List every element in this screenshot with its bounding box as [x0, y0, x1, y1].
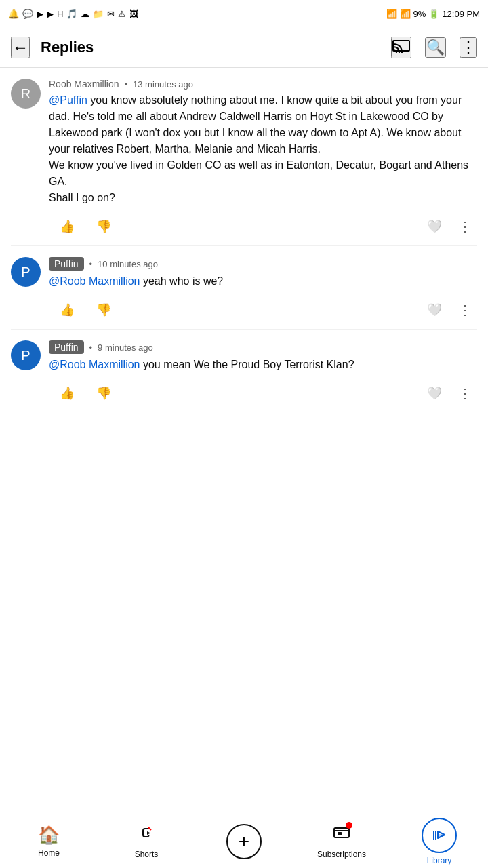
comment-more-button[interactable]: ⋮ — [453, 296, 477, 323]
subscriptions-icon — [332, 826, 351, 846]
time-display: 12:09 PM — [442, 9, 480, 19]
comment-item: P Puffin • 9 minutes ago @Roob Maxmillio… — [0, 330, 488, 412]
comment-more-button[interactable]: ⋮ — [453, 380, 477, 407]
nav-subscriptions[interactable]: Subscriptions — [314, 823, 369, 859]
notification-dot — [346, 822, 352, 829]
comment-content: yeah who is we? — [143, 275, 223, 287]
notification-icon: 🔔 — [8, 9, 19, 19]
comment-actions: 👍 👎 🤍 ⋮ — [49, 296, 477, 323]
cloud-icon: ☁ — [81, 9, 89, 19]
search-button[interactable]: 🔍 — [425, 37, 446, 58]
email-icon: ✉ — [107, 9, 115, 19]
message-icon: 💬 — [22, 9, 33, 19]
comment-more-button[interactable]: ⋮ — [453, 213, 477, 240]
comment-timestamp: 9 minutes ago — [98, 342, 153, 353]
comment-content: you mean We the Proud Boy Terrorist Klan… — [143, 359, 354, 370]
comment-header: Puffin • 9 minutes ago — [49, 340, 477, 354]
battery-icon: 🔋 — [428, 9, 439, 19]
home-label: Home — [38, 848, 60, 858]
status-info-right: 📶 📶 9% 🔋 12:09 PM — [386, 9, 480, 19]
youtube2-icon: ▶ — [47, 9, 54, 19]
thumbs-up-button[interactable]: 👍 — [49, 214, 85, 239]
shorts-icon — [137, 823, 156, 847]
mention-link[interactable]: @Puffin — [49, 94, 87, 106]
home-icon: 🏠 — [38, 825, 60, 846]
comment-timestamp: 13 minutes ago — [133, 79, 193, 90]
mention-link[interactable]: @Roob Maxmillion — [49, 359, 140, 370]
thumbs-up-button[interactable]: 👍 — [49, 380, 85, 406]
comment-item: P Puffin • 10 minutes ago @Roob Maxmilli… — [0, 246, 488, 329]
comment-time: • — [89, 259, 93, 269]
subscriptions-label: Subscriptions — [317, 850, 366, 859]
svg-rect-3 — [338, 832, 342, 835]
h-icon: H — [57, 9, 63, 19]
thumbs-down-button[interactable]: 👎 — [85, 297, 122, 323]
thumbs-down-button[interactable]: 👎 — [85, 214, 122, 239]
image-icon: 🖼 — [129, 9, 138, 19]
wifi-icon: 📶 — [386, 9, 397, 19]
add-button[interactable]: + — [226, 824, 262, 859]
comment-body: Roob Maxmillion • 13 minutes ago @Puffin… — [49, 79, 477, 240]
comment-body: Puffin • 9 minutes ago @Roob Maxmillion … — [49, 340, 477, 407]
library-label: Library — [427, 856, 452, 865]
comment-time: • — [124, 79, 127, 90]
app-bar: ← Replies 🔍 ⋮ — [0, 27, 488, 68]
library-icon — [422, 818, 457, 853]
like-button[interactable]: 🤍 — [416, 380, 453, 406]
username-badge: Puffin — [49, 340, 84, 354]
mention-link[interactable]: @Roob Maxmillion — [49, 275, 140, 287]
username-badge: Puffin — [49, 257, 84, 271]
comment-content: you know absolutely nothing about me. I … — [49, 94, 468, 203]
like-button[interactable]: 🤍 — [416, 214, 453, 239]
comment-header: Puffin • 10 minutes ago — [49, 257, 477, 271]
status-bar: 🔔 💬 ▶ ▶ H 🎵 ☁ 📁 ✉ ⚠ 🖼 📶 📶 9% 🔋 12:09 PM — [0, 0, 488, 27]
comment-actions: 👍 👎 🤍 ⋮ — [49, 213, 477, 240]
plus-icon: + — [239, 832, 249, 851]
comment-header: Roob Maxmillion • 13 minutes ago — [49, 79, 477, 90]
comments-container: R Roob Maxmillion • 13 minutes ago @Puff… — [0, 68, 488, 467]
signal-icon: 📶 — [400, 9, 411, 19]
like-button[interactable]: 🤍 — [416, 297, 453, 323]
nav-add[interactable]: + — [217, 824, 271, 859]
comment-body: Puffin • 10 minutes ago @Roob Maxmillion… — [49, 257, 477, 323]
app-bar-actions: 🔍 ⋮ — [391, 37, 477, 58]
battery-percent: 9% — [413, 9, 426, 19]
bottom-nav: 🏠 Home Shorts + S — [0, 814, 488, 868]
comment-time: • — [89, 342, 93, 353]
thumbs-up-button[interactable]: 👍 — [49, 297, 85, 323]
avatar: P — [11, 340, 41, 370]
nav-library[interactable]: Library — [412, 818, 466, 865]
avatar: P — [11, 257, 41, 287]
comment-text: @Roob Maxmillion you mean We the Proud B… — [49, 357, 477, 373]
username: Roob Maxmillion — [49, 79, 119, 90]
more-options-button[interactable]: ⋮ — [460, 37, 477, 58]
warning-icon: ⚠ — [118, 9, 126, 19]
nav-shorts[interactable]: Shorts — [119, 823, 174, 859]
comment-item: R Roob Maxmillion • 13 minutes ago @Puff… — [0, 68, 488, 245]
status-icons-left: 🔔 💬 ▶ ▶ H 🎵 ☁ 📁 ✉ ⚠ 🖼 — [8, 9, 138, 19]
shorts-label: Shorts — [135, 850, 159, 859]
comment-text: @Roob Maxmillion yeah who is we? — [49, 273, 477, 290]
back-button[interactable]: ← — [11, 37, 30, 58]
cast-button[interactable] — [391, 37, 411, 58]
thumbs-down-button[interactable]: 👎 — [85, 380, 122, 406]
nav-home[interactable]: 🏠 Home — [22, 825, 76, 858]
comment-actions: 👍 👎 🤍 ⋮ — [49, 380, 477, 407]
page-title: Replies — [41, 39, 391, 56]
folder-icon: 📁 — [93, 9, 104, 19]
comment-timestamp: 10 minutes ago — [98, 259, 158, 269]
mute-icon: 🎵 — [66, 9, 77, 19]
comment-text: @Puffin you know absolutely nothing abou… — [49, 92, 477, 206]
youtube-icon: ▶ — [37, 9, 43, 19]
avatar: R — [11, 79, 41, 108]
